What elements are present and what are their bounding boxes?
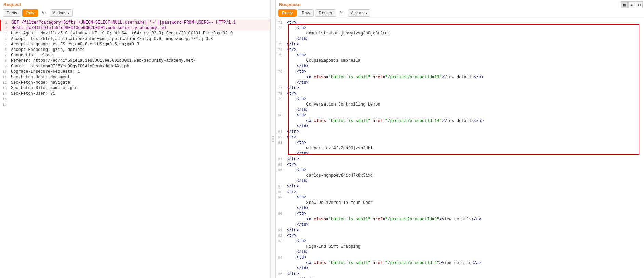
request-line-3: 3 User-Agent: Mozilla/5.0 (Windows NT 10… [0, 31, 270, 36]
response-line-82: 82 <tr> [276, 135, 644, 140]
request-line-9: 9 Cookie: session=RIf5YmeQOgyIOGAixDcmhx… [0, 64, 270, 69]
response-line-75b: Couple&apos;s Umbrella [276, 58, 644, 64]
request-line-15: 15 [0, 96, 270, 102]
response-line-72b: administrator-jbhwyivsg3b0gx3r2rui [276, 31, 644, 36]
response-line-86b: carlos-ngnpoev64ip47k8x3ixd [276, 173, 644, 178]
response-line-88: 88 <tr> [276, 189, 644, 195]
panel-divider [270, 0, 276, 278]
request-title: Request [0, 0, 270, 8]
response-line-89c: </th> [276, 206, 644, 211]
response-line-79c: </th> [276, 107, 644, 113]
layout-btn-3[interactable]: ⊟ [636, 1, 643, 8]
response-line-74: 74 <tr> [276, 47, 644, 53]
response-line-72c: </th> [276, 36, 644, 42]
response-line-80c: </td> [276, 124, 644, 129]
request-actions-label: Actions [53, 11, 66, 15]
request-line-1: 1 GET /filter?category=Gifts'+UNION+SELE… [0, 20, 270, 25]
request-line-11: 11 Sec-Fetch-Dest: document [0, 74, 270, 80]
request-actions-dropdown[interactable]: Actions ▾ [50, 9, 72, 17]
request-line-12: 12 Sec-Fetch-Mode: navigate [0, 80, 270, 85]
response-line-96: 96 </tbody> [276, 277, 644, 278]
response-line-81: 81 </tr> [276, 129, 644, 135]
main-container: Request Pretty Raw \n Actions ▾ 1 GET /f… [0, 0, 644, 278]
response-tab-pretty[interactable]: Pretty [278, 9, 297, 17]
response-line-76c: </td> [276, 80, 644, 85]
response-line-71: 71 <tr> [276, 20, 644, 25]
request-line-7: 7 Connection: close [0, 53, 270, 58]
layout-btn-1[interactable]: ▦ [621, 1, 628, 8]
request-tabs-bar: Pretty Raw \n Actions ▾ [0, 8, 270, 18]
response-actions-chevron: ▾ [366, 11, 367, 15]
response-line-73: 73 </tr> [276, 42, 644, 47]
response-line-93: 93 <th> [276, 238, 644, 244]
request-line-4: 4 Accept: text/html,application/xhtml+xm… [0, 36, 270, 42]
divider-dot-2 [272, 138, 274, 140]
response-line-95: 95 </tr> [276, 271, 644, 277]
response-line-79: 79 <th> [276, 96, 644, 102]
response-actions-dropdown[interactable]: Actions ▾ [348, 9, 370, 17]
response-line-77: 77 </tr> [276, 85, 644, 91]
request-line-14: 14 Sec-Fetch-User: ?1 [0, 91, 270, 96]
response-line-87: 87 </tr> [276, 184, 644, 189]
response-tab-n[interactable]: \n [338, 10, 346, 16]
request-code-area[interactable]: 1 GET /filter?category=Gifts'+UNION+SELE… [0, 18, 270, 278]
response-line-94b: <a class="button is-small" href="/produc… [276, 260, 644, 266]
request-line-8: 8 Referer: https://ac741f691e1a51e980013… [0, 58, 270, 64]
response-line-86c: </th> [276, 178, 644, 184]
response-line-80b: <a class="button is-small" href="/produc… [276, 118, 644, 124]
response-line-76b: <a class="button is-small" href="/produc… [276, 74, 644, 80]
response-line-75: 75 <th> [276, 53, 644, 58]
response-tab-render[interactable]: Render [315, 9, 336, 17]
response-line-93b: High-End Gift Wrapping [276, 244, 644, 249]
request-actions-chevron: ▾ [68, 11, 69, 15]
request-line-16: 16 [0, 102, 270, 107]
response-line-83: 83 <th> [276, 140, 644, 145]
layout-btn-2[interactable]: ≡ [628, 1, 635, 8]
response-tab-raw[interactable]: Raw [298, 9, 314, 17]
request-line-13: 13 Sec-Fetch-Site: same-origin [0, 85, 270, 91]
response-line-89: 89 <th> [276, 195, 644, 200]
request-line-6: 6 Accept-Encoding: gzip, deflate [0, 47, 270, 53]
response-line-84: 84 </tr> [276, 156, 644, 162]
response-line-79b: Conversation Controlling Lemon [276, 102, 644, 107]
response-panel: ▦ ≡ ⊟ Response Pretty Raw Render \n Acti… [276, 0, 644, 278]
response-actions-label: Actions [351, 11, 364, 15]
response-line-80: 80 <td> [276, 113, 644, 118]
response-line-92: 92 <tr> [276, 233, 644, 238]
response-line-90: 90 <td> [276, 211, 644, 217]
response-line-93c: </th> [276, 249, 644, 255]
request-tab-n[interactable]: \n [39, 10, 48, 16]
response-code-area[interactable]: 71 <tr> 72 <th> administrator-jbhwyivsg3… [276, 18, 644, 278]
request-tab-pretty[interactable]: Pretty [3, 9, 21, 17]
response-line-83c: </th> [276, 151, 644, 156]
response-line-76: 76 <td> [276, 69, 644, 74]
response-line-91: 91 </tr> [276, 227, 644, 233]
request-line-10: 10 Upgrade-Insecure-Requests: 1 [0, 69, 270, 74]
response-line-89b: Snow Delivered To Your Door [276, 200, 644, 206]
divider-dot-3 [272, 141, 274, 142]
response-tabs-bar: Pretty Raw Render \n Actions ▾ [276, 8, 644, 18]
response-line-85: 85 <tr> [276, 162, 644, 167]
response-line-94: 94 <td> [276, 255, 644, 260]
divider-dot-1 [272, 136, 274, 137]
request-panel: Request Pretty Raw \n Actions ▾ 1 GET /f… [0, 0, 270, 278]
response-line-90b: <a class="button is-small" href="/produc… [276, 217, 644, 222]
request-line-2: 2 Host: ac741f691e1a51e980013ee6002b0001… [0, 25, 270, 31]
response-line-94c: </td> [276, 266, 644, 271]
response-line-83b: wiener-jdzi4fz2pb09jzsn2dbi [276, 145, 644, 151]
response-line-72: 72 <th> [276, 25, 644, 31]
response-line-78: 78 <tr> [276, 91, 644, 96]
response-line-86: 86 <th> [276, 167, 644, 173]
response-line-75c: </th> [276, 64, 644, 69]
request-line-5: 5 Accept-Language: es-ES,es;q=0.8,en-US;… [0, 42, 270, 47]
response-line-90c: </td> [276, 222, 644, 227]
top-right-toolbar: ▦ ≡ ⊟ [621, 1, 643, 8]
response-title: Response [276, 0, 644, 8]
request-tab-raw[interactable]: Raw [22, 9, 38, 17]
